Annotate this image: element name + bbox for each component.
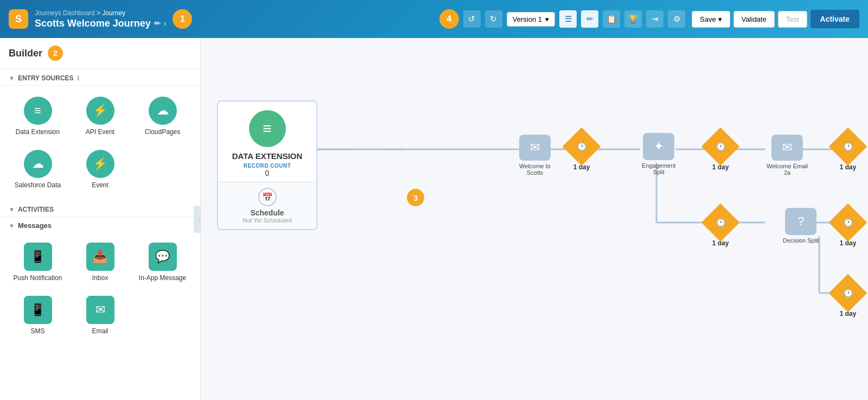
sidebar-header: Builder 2 — [0, 38, 200, 69]
data-extension-block-title: DATA EXTENSION — [224, 151, 311, 161]
inbox-label: Inbox — [92, 274, 108, 283]
schedule-icon: 📅 — [258, 188, 277, 206]
brand-logo: S — [9, 9, 28, 29]
salesforce-data-label: Salesforce Data — [15, 181, 61, 190]
node-wait-4[interactable]: 🕐 1 day — [707, 209, 734, 247]
node-wait-2[interactable]: 🕐 1 day — [707, 133, 734, 171]
email-label: Email — [92, 327, 108, 336]
wait-1-diamond: 🕐 — [563, 128, 601, 166]
main-layout: Builder 2 ▼ ENTRY SOURCES ℹ ≡ Data Exten… — [0, 38, 868, 400]
node-decision-split[interactable]: ? Decision Split — [783, 208, 819, 244]
wait-1-icon: 🕐 — [577, 142, 586, 151]
sidebar-item-in-app-message[interactable]: 💬 In-App Message — [133, 238, 192, 287]
cloudpages-label: CloudPages — [145, 128, 180, 137]
inbox-icon: 📥 — [86, 243, 114, 271]
welcome-scotts-label: Welcome toScotts — [519, 163, 551, 176]
decision-split-label: Decision Split — [783, 237, 819, 244]
badge-1[interactable]: 1 — [173, 9, 192, 29]
arrow-right-icon: › — [164, 19, 167, 28]
entry-sources-chevron[interactable]: ▼ — [9, 75, 15, 81]
sidebar-badge: 2 — [48, 46, 63, 61]
engagement-split-label: EngagementSplit — [642, 162, 675, 175]
sidebar-item-push-notification[interactable]: 📱 Push Notification — [9, 238, 67, 287]
node-welcome-email-2a[interactable]: ✉ Welcome Email2a — [767, 135, 808, 176]
record-count-label: RECORD COUNT — [224, 163, 311, 169]
node-wait-7[interactable]: 🕐 1 day — [834, 280, 861, 318]
sidebar-item-email[interactable]: ✉ Email — [71, 291, 129, 340]
sidebar-collapse-handle[interactable]: ‹ — [194, 206, 201, 233]
journey-title: Scotts Welcome Journey ✏ › — [35, 18, 166, 29]
sidebar: Builder 2 ▼ ENTRY SOURCES ℹ ≡ Data Exten… — [0, 38, 201, 400]
badge-4[interactable]: 4 — [439, 9, 459, 29]
filter-icon-button[interactable]: ☰ — [559, 10, 577, 28]
clipboard-button[interactable]: 📋 — [603, 10, 620, 28]
redo-button[interactable]: ↻ — [485, 10, 502, 28]
sidebar-title: Builder — [9, 48, 42, 59]
node-welcome-scotts[interactable]: ✉ Welcome toScotts — [519, 135, 551, 176]
wait-3-diamond: 🕐 — [829, 128, 867, 166]
test-button[interactable]: Test — [778, 11, 807, 28]
sidebar-item-event[interactable]: ⚡ Event — [71, 145, 129, 194]
wait-5-diamond: 🕐 — [829, 204, 867, 242]
welcome-email-2a-icon: ✉ — [771, 135, 803, 161]
info-icon[interactable]: ℹ — [77, 75, 79, 82]
activities-chevron[interactable]: ▼ — [9, 206, 15, 213]
wait-3-icon: 🕐 — [844, 142, 853, 151]
api-event-icon: ⚡ — [86, 97, 114, 125]
data-extension-block-icon: ≡ — [249, 110, 286, 147]
in-app-message-label: In-App Message — [139, 274, 186, 283]
logo-letter: S — [15, 14, 22, 25]
sidebar-item-inbox[interactable]: 📥 Inbox — [71, 238, 129, 287]
activities-section: ▼ ACTIVITIES — [0, 200, 200, 217]
sidebar-item-cloudpages[interactable]: ☁ CloudPages — [133, 92, 192, 141]
schedule-sub: Not Yet Scheduled — [224, 217, 311, 224]
export-button[interactable]: ⇥ — [646, 10, 663, 28]
wait-7-icon: 🕐 — [844, 289, 853, 297]
sms-icon: 📱 — [24, 296, 52, 324]
engagement-split-icon: ✦ — [643, 133, 674, 160]
welcome-scotts-icon: ✉ — [519, 135, 551, 161]
sidebar-item-salesforce-data[interactable]: ☁ Salesforce Data — [9, 145, 67, 194]
save-chevron-icon: ▾ — [718, 15, 722, 23]
undo-button[interactable]: ↺ — [463, 10, 481, 28]
nav-center: 4 ↺ ↻ Version 1 ▾ ☰ ✏ 📋 🏆 ⇥ ⚙ — [439, 9, 685, 29]
entry-sources-grid: ≡ Data Extension ⚡ API Event ☁ CloudPage… — [0, 86, 200, 200]
node-wait-3[interactable]: 🕐 1 day — [834, 133, 861, 171]
wait-4-diamond: 🕐 — [701, 204, 740, 242]
nav-actions: Save ▾ Validate Test Activate — [692, 10, 859, 28]
data-extension-icon: ≡ — [24, 97, 52, 125]
messages-subsection: ▼ Messages — [0, 217, 200, 232]
wait-7-diamond: 🕐 — [829, 274, 867, 313]
canvas-inner: ≡ DATA EXTENSION RECORD COUNT 0 📅 Schedu… — [212, 49, 863, 400]
data-extension-block[interactable]: ≡ DATA EXTENSION RECORD COUNT 0 📅 Schedu… — [217, 100, 317, 230]
schedule-block[interactable]: 📅 Schedule Not Yet Scheduled — [218, 182, 316, 229]
node-engagement-split[interactable]: ✦ EngagementSplit — [642, 133, 675, 175]
activate-button[interactable]: Activate — [810, 10, 859, 28]
wait-2-icon: 🕐 — [716, 142, 725, 151]
sidebar-item-api-event[interactable]: ⚡ API Event — [71, 92, 129, 141]
settings-button[interactable]: ⚙ — [668, 10, 685, 28]
sms-label: SMS — [30, 327, 44, 336]
salesforce-data-icon: ☁ — [24, 150, 52, 178]
breadcrumb-link[interactable]: Journeys Dashboard — [35, 9, 95, 17]
entry-sources-section: ▼ ENTRY SOURCES ℹ — [0, 69, 200, 86]
validate-button[interactable]: Validate — [733, 11, 775, 28]
node-wait-1[interactable]: 🕐 1 day — [568, 133, 595, 171]
messages-grid: 📱 Push Notification 📥 Inbox 💬 In-App Mes… — [0, 232, 200, 346]
sidebar-item-sms[interactable]: 📱 SMS — [9, 291, 67, 340]
in-app-message-icon: 💬 — [149, 243, 177, 271]
node-wait-5[interactable]: 🕐 1 day — [834, 209, 861, 247]
canvas[interactable]: ≡ DATA EXTENSION RECORD COUNT 0 📅 Schedu… — [201, 38, 868, 400]
cloudpages-icon: ☁ — [149, 97, 177, 125]
version-selector[interactable]: Version 1 ▾ — [507, 12, 555, 27]
edit-mode-button[interactable]: ✏ — [581, 10, 598, 28]
trophy-button[interactable]: 🏆 — [624, 10, 642, 28]
messages-chevron[interactable]: ▼ — [9, 223, 15, 229]
push-notification-label: Push Notification — [13, 274, 62, 283]
breadcrumb: Journeys Dashboard > Journey — [35, 9, 166, 17]
sidebar-item-data-extension[interactable]: ≡ Data Extension — [9, 92, 67, 141]
record-count-value: 0 — [224, 169, 311, 177]
top-nav: S Journeys Dashboard > Journey Scotts We… — [0, 0, 868, 38]
edit-icon[interactable]: ✏ — [154, 19, 161, 28]
save-button[interactable]: Save ▾ — [692, 11, 730, 28]
